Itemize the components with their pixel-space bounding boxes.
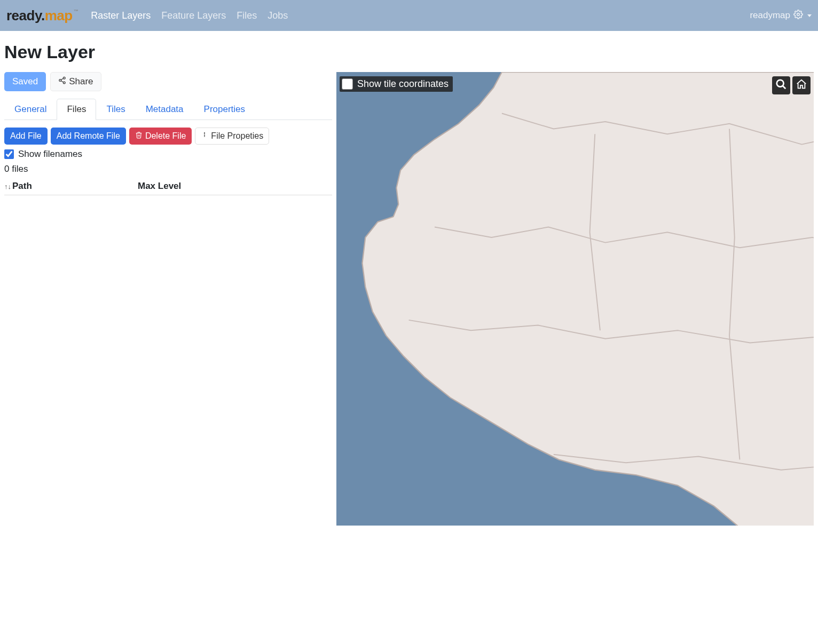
map-tools [772, 76, 811, 94]
svg-point-7 [204, 133, 205, 133]
chevron-down-icon [807, 14, 812, 17]
brand-part2: map [45, 7, 73, 23]
map-area[interactable]: Show tile coordinates [336, 72, 814, 526]
nav-files[interactable]: Files [235, 7, 258, 25]
add-remote-file-button[interactable]: Add Remote File [51, 128, 126, 145]
svg-point-0 [797, 13, 800, 15]
brand-logo[interactable]: ready.map™ [6, 7, 77, 24]
svg-point-2 [59, 79, 61, 82]
map-search-button[interactable] [772, 76, 790, 94]
file-actions: Add File Add Remote File Delete File Fil… [4, 128, 332, 145]
col-path-label: Path [12, 181, 32, 192]
gear-icon [793, 10, 803, 22]
svg-point-9 [777, 80, 784, 87]
split-pane: Saved Share General Files Tiles Metadata… [4, 72, 814, 526]
svg-line-5 [61, 78, 64, 80]
show-filenames-row[interactable]: Show filenames [4, 149, 332, 160]
tab-properties[interactable]: Properties [194, 99, 255, 120]
delete-file-button[interactable]: Delete File [129, 128, 192, 145]
nav-links: Raster Layers Feature Layers Files Jobs [90, 7, 289, 25]
tabs: General Files Tiles Metadata Properties [4, 99, 332, 120]
search-icon [775, 78, 787, 92]
nav-jobs[interactable]: Jobs [266, 7, 289, 25]
share-icon [58, 76, 66, 87]
saved-button[interactable]: Saved [4, 72, 46, 91]
page-title: New Layer [4, 42, 814, 62]
share-button[interactable]: Share [50, 72, 101, 91]
show-filenames-checkbox[interactable] [4, 149, 14, 159]
nav-user-menu[interactable]: readymap [750, 10, 812, 22]
file-properties-label: File Propeties [211, 131, 263, 141]
tile-coords-checkbox[interactable] [342, 78, 353, 90]
svg-line-4 [61, 81, 64, 82]
nav-username: readymap [750, 10, 790, 21]
tab-general[interactable]: General [4, 99, 57, 120]
col-maxlevel-label: Max Level [138, 181, 181, 191]
delete-file-label: Delete File [145, 131, 186, 141]
svg-point-1 [64, 77, 66, 79]
tab-tiles[interactable]: Tiles [96, 99, 135, 120]
home-icon [796, 78, 807, 92]
info-icon [201, 131, 208, 141]
file-properties-button[interactable]: File Propeties [195, 128, 269, 145]
map-svg [336, 72, 814, 526]
trash-icon [135, 131, 143, 141]
nav-raster-layers[interactable]: Raster Layers [90, 7, 152, 25]
tile-coords-label: Show tile coordinates [357, 78, 449, 90]
map-home-button[interactable] [792, 76, 811, 94]
brand-tm: ™ [74, 9, 78, 14]
top-navbar: ready.map™ Raster Layers Feature Layers … [0, 0, 818, 31]
add-file-button[interactable]: Add File [4, 128, 48, 145]
show-filenames-label: Show filenames [18, 149, 82, 160]
files-table-header: ↑↓ Path Max Level [4, 178, 332, 195]
share-label: Share [69, 76, 93, 87]
sort-icon: ↑↓ [4, 182, 11, 190]
col-path-header[interactable]: ↑↓ Path [4, 181, 138, 192]
brand-part1: ready. [6, 7, 45, 23]
nav-feature-layers[interactable]: Feature Layers [160, 7, 227, 25]
svg-point-3 [64, 82, 66, 84]
file-count: 0 files [4, 164, 332, 174]
right-panel: Show tile coordinates [336, 72, 814, 526]
svg-line-10 [783, 86, 786, 89]
tab-metadata[interactable]: Metadata [136, 99, 194, 120]
col-maxlevel-header[interactable]: Max Level [138, 181, 332, 192]
tab-files[interactable]: Files [57, 99, 96, 120]
page-body: New Layer Saved Share General Files Tile… [0, 31, 818, 526]
tile-coords-toggle[interactable]: Show tile coordinates [340, 76, 453, 92]
left-panel: Saved Share General Files Tiles Metadata… [4, 72, 335, 526]
top-actions: Saved Share [4, 72, 332, 91]
